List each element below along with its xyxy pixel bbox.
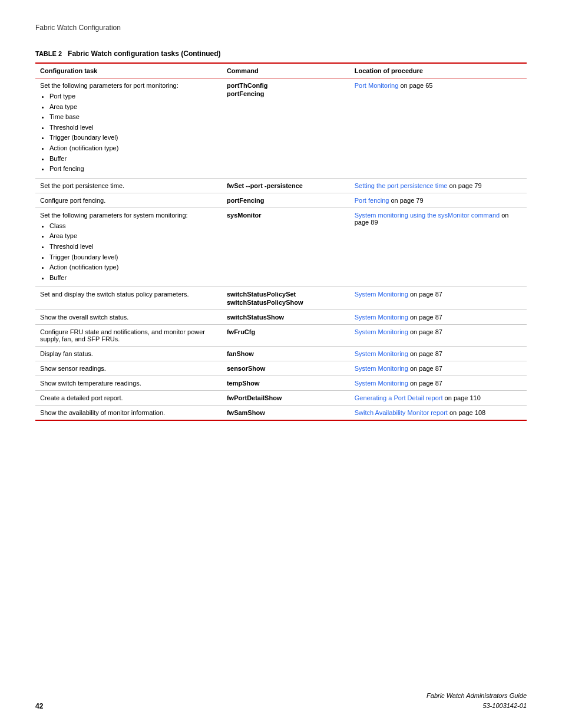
page-footer: 42 Fabric Watch Administrators Guide 53-… — [35, 691, 527, 710]
guide-title: Fabric Watch Administrators Guide — [427, 691, 527, 701]
table-row: Set the port persistence time.fwSet --po… — [35, 178, 527, 193]
task-cell: Set the port persistence time. — [35, 178, 222, 193]
command-cell: fwSet --port -persistence — [222, 178, 350, 193]
command-cell: sysMonitor — [222, 207, 350, 287]
task-cell: Create a detailed port report. — [35, 391, 222, 406]
col-header-command: Command — [222, 63, 350, 78]
location-link[interactable]: System Monitoring — [355, 365, 408, 372]
location-rest-text: on page 87 — [408, 314, 442, 321]
table-header-row: Configuration task Command Location of p… — [35, 63, 527, 78]
task-cell: Show the overall switch status. — [35, 310, 222, 325]
table-row: Configure port fencing.portFencingPort f… — [35, 193, 527, 207]
location-rest-text: on page 87 — [408, 350, 442, 357]
list-item: Buffer — [49, 154, 217, 164]
task-main-text: Configure port fencing. — [40, 197, 105, 204]
location-rest-text: on page 65 — [398, 82, 432, 89]
task-main-text: Set and display the switch status policy… — [40, 291, 189, 298]
table-row: Display fan status.fanShowSystem Monitor… — [35, 347, 527, 361]
location-link[interactable]: System Monitoring — [355, 328, 408, 335]
list-item: Time base — [49, 112, 217, 123]
command-cell: fwSamShow — [222, 406, 350, 421]
table-row: Show the availability of monitor informa… — [35, 406, 527, 421]
command-text: switchStatusPolicySet — [227, 291, 345, 298]
list-item: Buffer — [49, 273, 217, 284]
command-text: fwPortDetailShow — [227, 394, 345, 401]
task-cell: Show the availability of monitor informa… — [35, 406, 222, 421]
config-table: Configuration task Command Location of p… — [35, 62, 527, 421]
command-text: fwSet --port -persistence — [227, 182, 345, 189]
doc-number: 53-1003142-01 — [427, 701, 527, 711]
list-item: Class — [49, 221, 217, 232]
page-number: 42 — [35, 702, 43, 710]
task-cell: Set and display the switch status policy… — [35, 287, 222, 310]
command-text: fwSamShow — [227, 409, 345, 416]
command-text: portFencing — [227, 90, 345, 97]
command-text: fanShow — [227, 350, 345, 357]
location-cell: System monitoring using the sysMonitor c… — [350, 207, 527, 287]
command-text: sysMonitor — [227, 212, 345, 219]
task-cell: Set the following parameters for port mo… — [35, 78, 222, 179]
command-text: fwFruCfg — [227, 328, 345, 335]
command-cell: portThConfigportFencing — [222, 78, 350, 179]
location-cell: System Monitoring on page 87 — [350, 361, 527, 376]
header-text: Fabric Watch Configuration — [35, 24, 121, 32]
list-item: Trigger (boundary level) — [49, 252, 217, 263]
location-link[interactable]: Switch Availability Monitor report — [355, 409, 448, 416]
list-item: Action (notification type) — [49, 262, 217, 273]
location-rest-text: on page 87 — [408, 365, 442, 372]
location-cell: System Monitoring on page 87 — [350, 325, 527, 347]
task-main-text: Show the overall switch status. — [40, 314, 128, 321]
location-cell: Port fencing on page 79 — [350, 193, 527, 207]
command-cell: portFencing — [222, 193, 350, 207]
command-text: portThConfig — [227, 82, 345, 89]
list-item: Threshold level — [49, 123, 217, 133]
task-cell: Display fan status. — [35, 347, 222, 361]
command-cell: switchStatusShow — [222, 310, 350, 325]
location-link[interactable]: System Monitoring — [355, 380, 408, 387]
command-text: portFencing — [227, 197, 345, 204]
location-cell: Switch Availability Monitor report on pa… — [350, 406, 527, 421]
location-link[interactable]: Setting the port persistence time — [355, 182, 448, 189]
page: Fabric Watch Configuration TABLE 2 Fabri… — [0, 0, 562, 468]
location-link[interactable]: System Monitoring — [355, 314, 408, 321]
list-item: Trigger (boundary level) — [49, 133, 217, 143]
location-rest-text: on page 79 — [389, 197, 423, 204]
page-header: Fabric Watch Configuration — [35, 24, 527, 32]
task-bullet-list: Port typeArea typeTime baseThreshold lev… — [49, 91, 217, 174]
location-rest-text: on page 87 — [408, 328, 442, 335]
location-link[interactable]: System Monitoring — [355, 291, 408, 298]
command-cell: sensorShow — [222, 361, 350, 376]
location-link[interactable]: Port Monitoring — [355, 82, 399, 89]
location-rest-text: on page 87 — [408, 291, 442, 298]
command-cell: fwPortDetailShow — [222, 391, 350, 406]
task-cell: Set the following parameters for system … — [35, 207, 222, 287]
task-main-text: Set the following parameters for port mo… — [40, 82, 178, 89]
command-cell: tempShow — [222, 376, 350, 391]
location-rest-text: on page 110 — [443, 394, 481, 401]
location-link[interactable]: Port fencing — [355, 197, 389, 204]
location-link[interactable]: System Monitoring — [355, 350, 408, 357]
location-link[interactable]: System monitoring using the sysMonitor c… — [355, 212, 500, 219]
location-cell: System Monitoring on page 87 — [350, 287, 527, 310]
task-main-text: Configure FRU state and notifications, a… — [40, 328, 205, 342]
table-row: Set and display the switch status policy… — [35, 287, 527, 310]
task-cell: Configure port fencing. — [35, 193, 222, 207]
task-main-text: Create a detailed port report. — [40, 394, 123, 401]
command-text: switchStatusShow — [227, 314, 345, 321]
command-cell: fanShow — [222, 347, 350, 361]
footer-guide-info: Fabric Watch Administrators Guide 53-100… — [427, 691, 527, 710]
location-link[interactable]: Generating a Port Detail report — [355, 394, 443, 401]
list-item: Threshold level — [49, 242, 217, 252]
command-text: switchStatusPolicyShow — [227, 299, 345, 306]
table-label: TABLE 2 — [35, 50, 62, 57]
location-rest-text: on page 79 — [447, 182, 481, 189]
task-cell: Show sensor readings. — [35, 361, 222, 376]
command-text: sensorShow — [227, 365, 345, 372]
task-cell: Show switch temperature readings. — [35, 376, 222, 391]
task-main-text: Set the following parameters for system … — [40, 212, 188, 219]
command-cell: fwFruCfg — [222, 325, 350, 347]
col-header-task: Configuration task — [35, 63, 222, 78]
command-text: tempShow — [227, 380, 345, 387]
task-main-text: Set the port persistence time. — [40, 182, 124, 189]
task-main-text: Display fan status. — [40, 350, 93, 357]
